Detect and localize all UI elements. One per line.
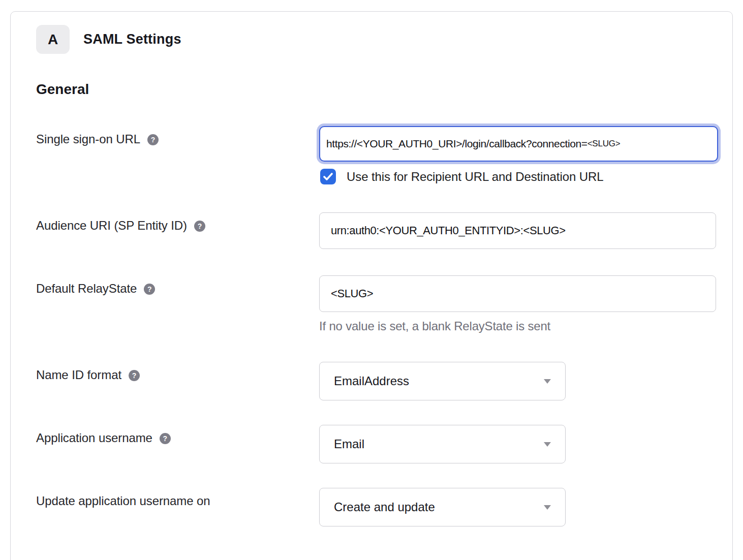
help-icon[interactable]: ?: [129, 370, 140, 381]
recipient-url-checkbox[interactable]: [320, 169, 336, 184]
relay-state-label: Default RelayState: [36, 282, 137, 295]
recipient-url-checkbox-row: Use this for Recipient URL and Destinati…: [319, 169, 718, 184]
sso-url-slug: <SLUG>: [587, 139, 621, 149]
relay-state-input[interactable]: <SLUG>: [319, 275, 716, 312]
application-username-value: Email: [334, 437, 364, 451]
name-id-format-value: EmailAddress: [334, 374, 409, 388]
update-application-username-label: Update application username on: [36, 494, 210, 508]
checkmark-icon: [323, 173, 333, 180]
help-icon[interactable]: ?: [147, 134, 159, 145]
update-application-username-select[interactable]: Create and update: [319, 488, 566, 526]
audience-uri-input[interactable]: urn:auth0:<YOUR_AUTH0_ENTITYID>:<SLUG>: [319, 212, 716, 249]
saml-settings-panel: A SAML Settings General Single sign-on U…: [10, 11, 733, 560]
help-icon[interactable]: ?: [160, 433, 171, 444]
section-title-general: General: [36, 81, 732, 98]
panel-header: A SAML Settings: [36, 25, 732, 54]
caret-down-icon: [544, 442, 551, 447]
step-badge: A: [36, 25, 70, 54]
panel-title: SAML Settings: [83, 32, 181, 47]
saml-settings-form: Single sign-on URL? https://<YOUR_AUTH0_…: [36, 126, 732, 526]
update-application-username-value: Create and update: [334, 500, 435, 514]
audience-uri-label: Audience URI (SP Entity ID): [36, 219, 187, 232]
caret-down-icon: [544, 505, 551, 510]
sso-url-value: https://<YOUR_AUTH0_URI>/login/callback?…: [326, 138, 587, 150]
name-id-format-select[interactable]: EmailAddress: [319, 362, 566, 400]
field-row-name-id-format: Name ID format? EmailAddress: [36, 362, 732, 400]
recipient-url-checkbox-label[interactable]: Use this for Recipient URL and Destinati…: [347, 170, 603, 184]
name-id-format-label: Name ID format: [36, 368, 121, 382]
help-icon[interactable]: ?: [194, 221, 205, 232]
relay-state-helper-text: If no value is set, a blank RelayState i…: [319, 319, 716, 333]
audience-uri-value: urn:auth0:<YOUR_AUTH0_ENTITYID>:<SLUG>: [331, 224, 566, 237]
application-username-select[interactable]: Email: [319, 425, 566, 463]
help-icon[interactable]: ?: [144, 284, 155, 295]
relay-state-value: <SLUG>: [331, 287, 373, 300]
field-row-sso: Single sign-on URL? https://<YOUR_AUTH0_…: [36, 126, 732, 184]
sso-url-input[interactable]: https://<YOUR_AUTH0_URI>/login/callback?…: [319, 126, 718, 162]
caret-down-icon: [544, 379, 551, 384]
field-row-audience: Audience URI (SP Entity ID)? urn:auth0:<…: [36, 212, 732, 249]
field-row-update-application-username: Update application username on Create an…: [36, 488, 732, 526]
field-row-relay-state: Default RelayState? <SLUG> If no value i…: [36, 275, 732, 333]
field-row-application-username: Application username? Email: [36, 425, 732, 463]
application-username-label: Application username: [36, 431, 152, 445]
sso-url-label: Single sign-on URL: [36, 132, 140, 146]
